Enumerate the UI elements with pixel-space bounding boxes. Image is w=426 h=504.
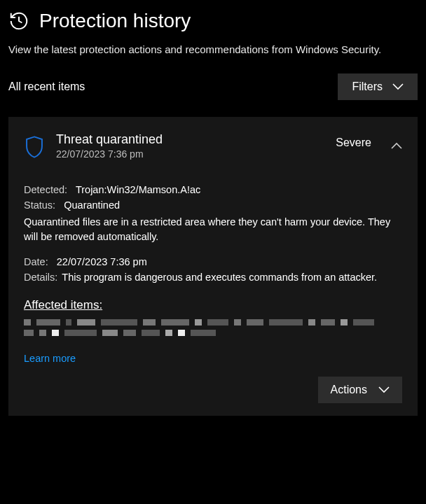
chevron-down-icon bbox=[392, 80, 404, 93]
status-description: Quarantined files are in a restricted ar… bbox=[24, 215, 402, 246]
detected-row: Detected: Trojan:Win32/Mamson.A!ac bbox=[24, 183, 402, 198]
learn-more-link[interactable]: Learn more bbox=[24, 353, 76, 364]
actions-button[interactable]: Actions bbox=[318, 377, 402, 403]
chevron-up-icon bbox=[391, 139, 402, 152]
filters-button-label: Filters bbox=[352, 80, 383, 93]
threat-card: Threat quarantined 22/07/2023 7:36 pm Se… bbox=[8, 117, 418, 416]
affected-items-title: Affected items: bbox=[24, 298, 402, 312]
page-title: Protection history bbox=[39, 10, 191, 32]
page-subtitle: View the latest protection actions and r… bbox=[8, 42, 418, 57]
threat-card-header[interactable]: Threat quarantined 22/07/2023 7:36 pm Se… bbox=[24, 132, 402, 162]
date-row: Date: 22/07/2023 7:36 pm bbox=[24, 255, 402, 270]
details-label: Details: bbox=[24, 270, 57, 286]
all-recent-label: All recent items bbox=[8, 80, 85, 93]
history-icon bbox=[8, 10, 29, 31]
date-value: 22/07/2023 7:36 pm bbox=[57, 256, 147, 267]
filters-button[interactable]: Filters bbox=[338, 74, 418, 100]
affected-items-redacted bbox=[24, 319, 388, 336]
details-row: Details: This program is dangerous and e… bbox=[24, 270, 402, 286]
status-value: Quarantined bbox=[64, 200, 120, 211]
status-label: Status: bbox=[24, 200, 55, 211]
date-label: Date: bbox=[24, 256, 48, 267]
page-header: Protection history bbox=[8, 10, 418, 32]
shield-icon bbox=[24, 135, 45, 162]
chevron-down-icon bbox=[378, 384, 390, 396]
threat-timestamp: 22/07/2023 7:36 pm bbox=[56, 148, 324, 160]
actions-button-label: Actions bbox=[331, 384, 367, 396]
details-value: This program is dangerous and executes c… bbox=[62, 270, 402, 286]
toolbar: All recent items Filters bbox=[8, 74, 418, 100]
detected-label: Detected: bbox=[24, 184, 67, 195]
threat-title: Threat quarantined bbox=[56, 132, 324, 147]
detected-value: Trojan:Win32/Mamson.A!ac bbox=[76, 184, 200, 195]
status-row: Status: Quarantined bbox=[24, 198, 402, 214]
severity-label: Severe bbox=[336, 136, 371, 149]
